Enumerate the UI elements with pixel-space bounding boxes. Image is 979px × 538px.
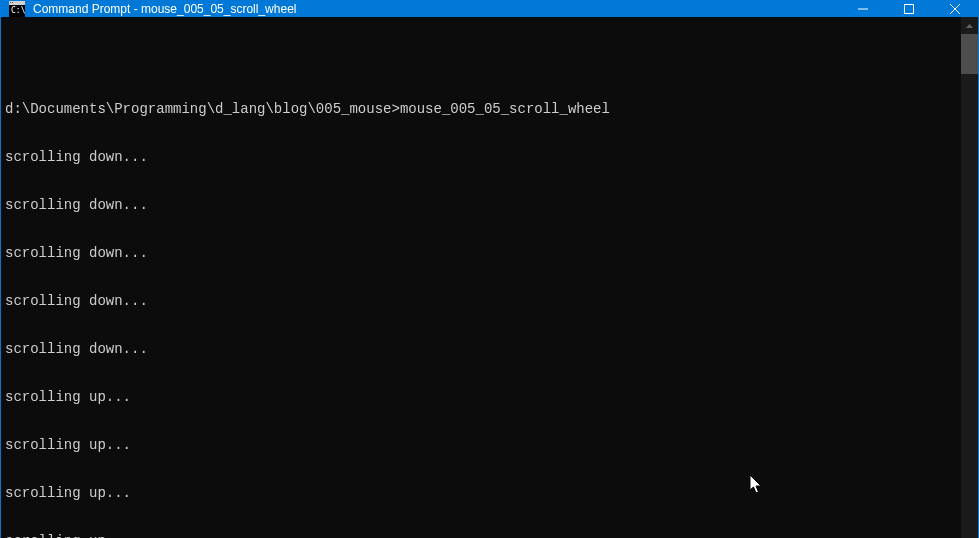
svg-rect-6 <box>905 5 914 14</box>
prompt-command: mouse_005_05_scroll_wheel <box>400 101 610 117</box>
output-line: scrolling up... <box>5 485 961 501</box>
window-title: Command Prompt - mouse_005_05_scroll_whe… <box>31 2 840 16</box>
output-line: scrolling down... <box>5 149 961 165</box>
prompt-path: d:\Documents\Programming\d_lang\blog\005… <box>5 101 400 117</box>
scroll-up-button[interactable] <box>961 17 978 34</box>
maximize-button[interactable] <box>886 1 932 17</box>
vertical-scrollbar[interactable] <box>961 17 978 538</box>
prompt-line: d:\Documents\Programming\d_lang\blog\005… <box>5 101 961 117</box>
output-line: scrolling up... <box>5 437 961 453</box>
svg-marker-9 <box>966 24 973 28</box>
output-line: scrolling down... <box>5 197 961 213</box>
svg-rect-2 <box>10 2 11 3</box>
output-line: scrolling up... <box>5 389 961 405</box>
minimize-button[interactable] <box>840 1 886 17</box>
titlebar[interactable]: C:\ Command Prompt - mouse_005_05_scroll… <box>1 1 978 17</box>
scroll-track[interactable] <box>961 34 978 538</box>
output-line: scrolling down... <box>5 341 961 357</box>
scroll-thumb[interactable] <box>961 34 978 74</box>
svg-rect-3 <box>12 2 13 3</box>
command-prompt-window: C:\ Command Prompt - mouse_005_05_scroll… <box>0 0 979 538</box>
svg-text:C:\: C:\ <box>11 6 25 15</box>
output-line: scrolling down... <box>5 245 961 261</box>
output-line: scrolling up... <box>5 533 961 538</box>
svg-rect-1 <box>9 1 25 5</box>
terminal-output[interactable]: d:\Documents\Programming\d_lang\blog\005… <box>1 17 961 538</box>
output-line: scrolling down... <box>5 293 961 309</box>
close-button[interactable] <box>932 1 978 17</box>
app-icon: C:\ <box>9 1 25 17</box>
window-controls <box>840 1 978 17</box>
client-area: d:\Documents\Programming\d_lang\blog\005… <box>1 17 978 538</box>
